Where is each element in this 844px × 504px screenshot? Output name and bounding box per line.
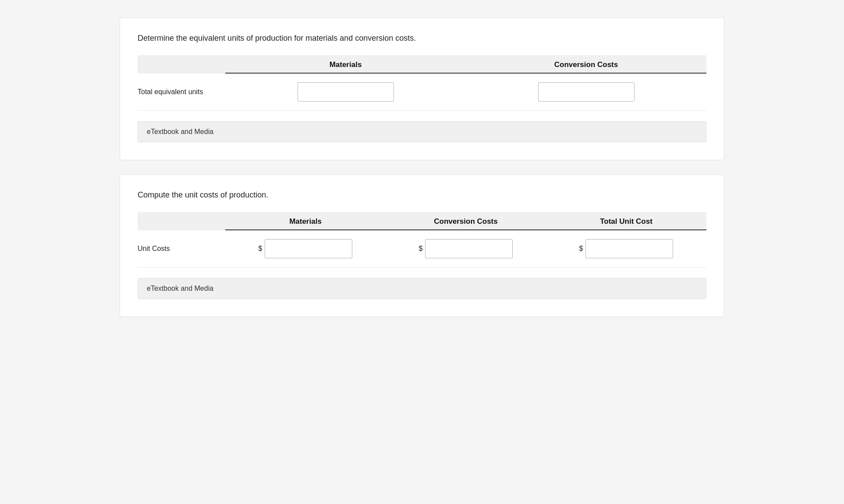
- section2-etextbook-bar: eTextbook and Media: [138, 278, 706, 299]
- section1-etextbook-label: eTextbook and Media: [147, 128, 213, 135]
- section2-materials-input[interactable]: [265, 239, 352, 258]
- section2-card: Compute the unit costs of production. Ma…: [120, 174, 724, 317]
- section1-input-cell-1: [225, 82, 466, 102]
- section2-col2-header: Conversion Costs: [386, 217, 546, 230]
- section1-col1-header: Materials: [225, 60, 466, 74]
- section2-conversion-input[interactable]: [425, 239, 513, 258]
- section2-input-cell-2: $: [386, 239, 546, 258]
- section2-header-row: Materials Conversion Costs Total Unit Co…: [138, 212, 706, 230]
- section1-data-row: Total equivalent units: [138, 74, 706, 111]
- section2-currency-symbol-3: $: [579, 245, 583, 253]
- section1-header-row: Materials Conversion Costs: [138, 55, 706, 74]
- section1-etextbook-bar: eTextbook and Media: [138, 121, 706, 142]
- section1-instruction: Determine the equivalent units of produc…: [138, 34, 706, 43]
- section2-total-input[interactable]: [585, 239, 673, 258]
- section2-instruction: Compute the unit costs of production.: [138, 190, 706, 200]
- section1-col2-header: Conversion Costs: [466, 60, 706, 74]
- section2-data-row: Unit Costs $ $ $: [138, 230, 706, 268]
- section2-currency-group-1: $: [259, 239, 353, 258]
- section2-row-label: Unit Costs: [138, 245, 225, 253]
- section2-input-cell-3: $: [546, 239, 706, 258]
- section2-input-cell-1: $: [225, 239, 386, 258]
- section2-col1-header: Materials: [225, 217, 386, 230]
- section1-table: Materials Conversion Costs Total equival…: [138, 55, 706, 111]
- section2-currency-symbol-2: $: [419, 245, 423, 253]
- section1-materials-input[interactable]: [298, 82, 394, 102]
- section2-currency-group-3: $: [579, 239, 674, 258]
- section1-input-cell-2: [466, 82, 706, 102]
- section2-etextbook-label: eTextbook and Media: [147, 285, 213, 292]
- section1-card: Determine the equivalent units of produc…: [120, 18, 724, 160]
- section2-currency-group-2: $: [419, 239, 513, 258]
- section2-col3-header: Total Unit Cost: [546, 217, 706, 230]
- section1-conversion-input[interactable]: [538, 82, 635, 102]
- section2-currency-symbol-1: $: [259, 245, 262, 253]
- section1-row-label: Total equivalent units: [138, 88, 225, 96]
- section2-table: Materials Conversion Costs Total Unit Co…: [138, 212, 706, 268]
